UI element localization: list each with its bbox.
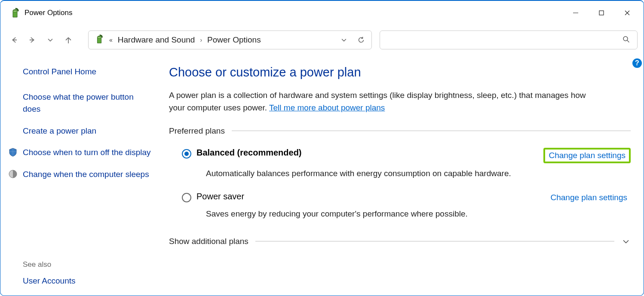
sidebar-task-display-off: Choose when to turn off the display	[23, 146, 151, 159]
breadcrumb-overflow[interactable]: «	[109, 37, 113, 43]
sidebar-task-computer-sleeps: Change when the computer sleeps	[23, 168, 151, 181]
minimize-button[interactable]	[563, 2, 589, 24]
sidebar-task-create-plan: Create a power plan	[23, 125, 151, 137]
svg-rect-2	[599, 11, 604, 15]
svg-point-0	[13, 10, 17, 12]
sidebar-link-power-button[interactable]: Choose what the power button does	[23, 91, 151, 116]
forward-button[interactable]	[25, 32, 40, 48]
power-options-icon-small	[95, 34, 104, 46]
page-description: A power plan is a collection of hardware…	[169, 89, 599, 114]
plan-name-power-saver[interactable]: Power saver	[196, 192, 244, 201]
preferred-plans-header: Preferred plans	[169, 126, 631, 136]
search-input[interactable]	[380, 31, 638, 49]
plan-desc-balanced: Automatically balances performance with …	[206, 168, 631, 180]
shield-icon	[8, 147, 18, 157]
up-button[interactable]	[61, 32, 76, 48]
svg-point-7	[97, 37, 101, 39]
back-button[interactable]	[6, 32, 22, 48]
additional-plans-label: Show additional plans	[169, 237, 248, 246]
breadcrumb-power-options[interactable]: Power Options	[207, 35, 261, 45]
window-controls	[563, 2, 640, 24]
divider-line	[255, 241, 614, 241]
sidebar-link-display-off[interactable]: Choose when to turn off the display	[23, 146, 151, 159]
plan-balanced: Balanced (recommended) Change plan setti…	[169, 144, 631, 189]
change-plan-settings-power-saver[interactable]: Change plan settings	[547, 192, 631, 204]
sidebar-link-computer-sleeps[interactable]: Change when the computer sleeps	[23, 168, 151, 181]
power-options-icon	[10, 8, 20, 18]
tell-me-more-link[interactable]: Tell me more about power plans	[269, 103, 385, 112]
change-plan-settings-balanced[interactable]: Change plan settings	[543, 148, 631, 163]
address-bar[interactable]: « Hardware and Sound › Power Options	[88, 31, 372, 49]
main-panel: ? Choose or customize a power plan A pow…	[164, 55, 644, 296]
control-panel-home-link[interactable]: Control Panel Home	[23, 66, 151, 78]
divider-line	[232, 131, 631, 131]
additional-plans-header[interactable]: Show additional plans	[169, 237, 631, 246]
svg-line-9	[627, 40, 629, 42]
sidebar-link-user-accounts[interactable]: User Accounts	[23, 275, 151, 287]
preferred-plans-label: Preferred plans	[169, 126, 225, 136]
plan-power-saver: Power saver Change plan settings Saves e…	[169, 188, 631, 229]
window-title: Power Options	[25, 9, 563, 17]
see-also-label: See also	[23, 260, 151, 269]
sidebar-link-create-plan[interactable]: Create a power plan	[23, 125, 151, 137]
content: Control Panel Home Choose what the power…	[0, 55, 644, 296]
radio-balanced[interactable]	[182, 149, 191, 159]
chevron-down-icon[interactable]	[621, 237, 631, 246]
refresh-button[interactable]	[355, 36, 367, 44]
plan-desc-power-saver: Saves energy by reducing your computer's…	[206, 208, 631, 220]
breadcrumb-hardware-and-sound[interactable]: Hardware and Sound	[118, 35, 195, 45]
toolbar: « Hardware and Sound › Power Options	[0, 25, 644, 55]
maximize-button[interactable]	[589, 2, 614, 24]
plan-name-balanced[interactable]: Balanced (recommended)	[196, 148, 302, 158]
radio-power-saver[interactable]	[182, 193, 191, 202]
shield-icon	[8, 169, 18, 179]
sidebar-task-power-button: Choose what the power button does	[23, 91, 151, 116]
close-button[interactable]	[614, 2, 640, 24]
address-dropdown-button[interactable]	[338, 36, 350, 44]
sidebar: Control Panel Home Choose what the power…	[0, 55, 164, 296]
search-icon	[623, 36, 629, 44]
breadcrumb-separator[interactable]: ›	[200, 37, 202, 43]
recent-locations-button[interactable]	[43, 32, 58, 48]
page-heading: Choose or customize a power plan	[169, 65, 631, 79]
titlebar: Power Options	[0, 1, 644, 25]
help-button[interactable]: ?	[632, 58, 642, 68]
